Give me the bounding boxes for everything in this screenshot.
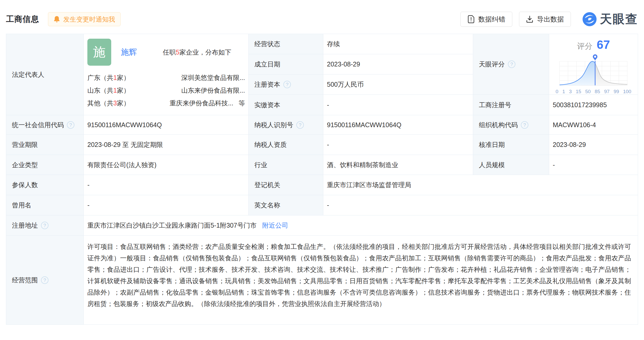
- label-text: 参保人数: [12, 181, 38, 189]
- field-value-former-name: -: [84, 195, 249, 215]
- field-value-staff-size: -: [549, 155, 638, 175]
- help-icon[interactable]: [508, 60, 515, 68]
- field-label-taxpayer-quality: 纳税人资质: [249, 135, 323, 155]
- label-text: 行业: [254, 161, 267, 169]
- score-word: 评分: [577, 41, 592, 52]
- tianyancha-logo[interactable]: 天眼查: [582, 11, 638, 27]
- field-label-reg-capital: 注册资本: [249, 74, 323, 95]
- value-text: MACWW106-4: [553, 121, 596, 129]
- value-text: 500万人民币: [327, 80, 364, 89]
- field-value-scope: 许可项目：食品互联网销售；酒类经营；农产品质量安全检测；粮食加工食品生产。（依法…: [84, 236, 638, 325]
- legal-rep-tenure: 任职5家企业，分布如下: [163, 48, 231, 57]
- label-text: 登记机关: [254, 181, 280, 189]
- label-text: 曾用名: [12, 201, 31, 209]
- field-value-reg-capital: 500万人民币: [323, 74, 473, 95]
- score-bell-curve-chart: [556, 52, 631, 88]
- tick-label: 85: [595, 89, 600, 94]
- value-text: 2023-08-29: [553, 141, 586, 148]
- help-icon[interactable]: [41, 222, 48, 229]
- legal-rep-label-text: 法定代表人: [12, 70, 44, 79]
- help-icon[interactable]: [296, 121, 304, 129]
- data-correction-button[interactable]: 数据纠错: [460, 12, 512, 27]
- tianyancha-logo-icon: [582, 11, 597, 27]
- tick-label: 1: [562, 89, 565, 94]
- company-name: 深圳美悠堂食品有限...: [181, 71, 245, 84]
- position-company[interactable]: 山东来伊份食品有限...: [181, 84, 245, 97]
- label-text: 企业类型: [12, 161, 38, 169]
- field-label-scope: 经营范围: [6, 236, 84, 325]
- field-label-insured-num: 参保人数: [6, 175, 84, 195]
- label-text: 英文名称: [254, 201, 280, 209]
- address-text: 重庆市江津区白沙镇白沙工业园永康路门面5-1附307号门市: [87, 221, 257, 230]
- position-company[interactable]: 深圳美悠堂食品有限...: [181, 71, 245, 84]
- region-count: 3: [113, 99, 117, 107]
- tick-label: 97: [604, 89, 610, 94]
- field-label-reg-number: 工商注册号: [473, 95, 549, 115]
- page-title: 工商信息: [6, 14, 39, 25]
- value-text: 酒、饮料和精制茶制造业: [327, 161, 398, 169]
- help-icon[interactable]: [283, 81, 291, 88]
- help-icon[interactable]: [521, 121, 528, 129]
- value-text: -: [327, 101, 329, 109]
- label-text: 经营状态: [254, 40, 280, 48]
- label-text: 组织机构代码: [479, 121, 518, 129]
- help-icon[interactable]: [41, 276, 48, 284]
- field-value-status: 存续: [323, 34, 473, 54]
- value-text: -: [327, 141, 329, 148]
- tick-label: 99: [614, 89, 619, 94]
- field-value-registry: 重庆市江津区市场监督管理局: [323, 175, 638, 195]
- legal-rep-avatar[interactable]: 施: [87, 39, 111, 66]
- position-region: 广东（共1家）: [87, 71, 130, 84]
- field-label-registry: 登记机关: [249, 175, 323, 195]
- position-company[interactable]: 重庆来伊份食品科技...等: [170, 97, 245, 110]
- tenure-suffix: 家企业，分布如下: [179, 49, 231, 56]
- tick-label: 100: [623, 89, 631, 94]
- tick-label: 50: [585, 89, 591, 94]
- region-text: 家）: [117, 74, 130, 81]
- region-text: 家）: [117, 99, 130, 107]
- score-value: 67: [597, 38, 610, 52]
- value-text: 存续: [327, 40, 340, 48]
- field-label-english-name: 英文名称: [249, 195, 323, 215]
- value-text: -: [87, 201, 89, 209]
- label-text: 实缴资本: [254, 101, 280, 109]
- field-value-approval-date: 2023-08-29: [549, 135, 638, 155]
- field-label-approval-date: 核准日期: [473, 135, 549, 155]
- label-text: 注册地址: [12, 221, 38, 230]
- notify-on-change-button[interactable]: 发生变更时通知我: [48, 12, 121, 26]
- region-text: 家）: [117, 87, 130, 94]
- field-value-taxpayer-quality: -: [323, 135, 473, 155]
- legal-rep-position-row: 山东（共1家） 山东来伊份食品有限...: [87, 84, 245, 97]
- position-region: 其他（共3家）: [87, 97, 130, 110]
- field-label-taxpayer-id: 纳税人识别号: [249, 115, 323, 135]
- legal-rep-position-row: 其他（共3家） 重庆来伊份食品科技...等: [87, 97, 245, 110]
- region-text: 其他（共: [87, 99, 113, 107]
- tianyan-score-chart-cell: 评分 67: [549, 34, 638, 95]
- field-value-paid-capital: -: [323, 95, 473, 115]
- legal-rep-name-link[interactable]: 施辉: [121, 47, 137, 58]
- field-label-establish-date: 成立日期: [249, 54, 323, 74]
- nearby-companies-link[interactable]: 附近公司: [262, 221, 288, 230]
- field-label-former-name: 曾用名: [6, 195, 84, 215]
- label-text: 统一社会信用代码: [12, 121, 64, 129]
- help-icon[interactable]: [67, 121, 74, 129]
- notify-button-label: 发生变更时通知我: [63, 15, 115, 24]
- tenure-count: 5: [176, 49, 179, 56]
- value-text: 有限责任公司(法人独资): [87, 161, 157, 169]
- export-data-button[interactable]: 导出数据: [519, 12, 571, 27]
- region-text: 广东（共: [87, 74, 113, 81]
- company-name: 重庆来伊份食品科技...: [170, 97, 233, 110]
- tenure-prefix: 任职: [163, 49, 176, 56]
- field-value-insured-num: -: [84, 175, 249, 195]
- value-text: 2023-08-29: [327, 60, 360, 68]
- field-value-industry: 酒、饮料和精制茶制造业: [323, 155, 473, 175]
- label-text: 成立日期: [254, 60, 280, 69]
- region-count: 1: [113, 74, 117, 81]
- field-label-legal-rep: 法定代表人: [6, 34, 84, 115]
- value-text: 91500116MACWW1064Q: [87, 121, 162, 129]
- position-region: 山东（共1家）: [87, 84, 130, 97]
- field-label-paid-capital: 实缴资本: [249, 95, 323, 115]
- label-text: 核准日期: [479, 140, 505, 149]
- label-text: 纳税人识别号: [254, 121, 293, 129]
- field-value-english-name: -: [323, 195, 638, 215]
